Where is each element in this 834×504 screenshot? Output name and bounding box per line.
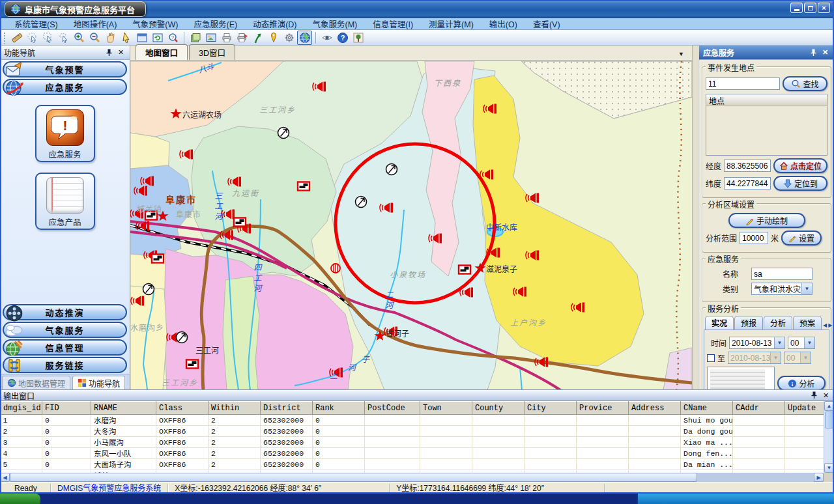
sidebar-item-服务链接[interactable]: 服务链接: [3, 357, 127, 373]
column-header-dmgis_id[interactable]: dmgis_id: [1, 402, 42, 415]
windmill-marker[interactable]: [278, 128, 289, 139]
column-header-Provice[interactable]: Provice: [577, 402, 629, 415]
station-marker[interactable]: [331, 264, 340, 273]
menu-item[interactable]: 地图操作(A): [66, 18, 125, 30]
find-button[interactable]: 查找: [783, 76, 827, 91]
column-header-District[interactable]: District: [261, 402, 313, 415]
hour-select[interactable]: 00 ▼: [788, 337, 815, 349]
pin-icon[interactable]: [104, 48, 114, 57]
column-header-RNAME[interactable]: RNAME: [91, 402, 156, 415]
start-button[interactable]: [0, 494, 40, 504]
tab-list-dropdown-icon[interactable]: ▼: [678, 51, 684, 57]
table-row[interactable]: 40东风一小队OXFF8626523020000Dong fen...: [1, 448, 824, 459]
globe-icon[interactable]: [297, 31, 312, 45]
flag-marker[interactable]: [298, 182, 309, 191]
click-locate-button[interactable]: 点击定位: [773, 158, 827, 173]
tab-预案[interactable]: 预案: [793, 316, 822, 329]
column-header-Town[interactable]: Town: [420, 402, 472, 415]
layers-icon[interactable]: [188, 31, 203, 45]
column-header-CAddr[interactable]: CAddr: [733, 402, 785, 415]
zoom-in-icon[interactable]: [72, 31, 87, 45]
column-header-FID[interactable]: FID: [42, 402, 91, 415]
service-type-select[interactable]: 气象和洪水灾害 ▼: [751, 283, 812, 295]
menu-item[interactable]: 查看(V): [525, 18, 568, 30]
sel-rect-icon[interactable]: [40, 31, 55, 45]
latitude-input[interactable]: [724, 177, 771, 189]
output-horizontal-scrollbar[interactable]: ◀ ▶: [0, 473, 824, 482]
flag-marker[interactable]: [186, 360, 198, 369]
column-header-Update[interactable]: Update: [785, 402, 824, 415]
set-range-button[interactable]: 设置: [781, 231, 822, 245]
pointer-icon[interactable]: [119, 31, 134, 45]
close-icon[interactable]: ✕: [820, 48, 830, 57]
sidebar-item-信息管理[interactable]: 信息管理: [3, 339, 127, 356]
close-icon[interactable]: ✕: [116, 48, 126, 57]
menu-item[interactable]: 系统管理(S): [7, 18, 66, 30]
eye-icon[interactable]: [319, 31, 334, 45]
panel-splitter[interactable]: [692, 46, 698, 389]
windmill-marker[interactable]: [386, 164, 397, 175]
scrollbar-thumb[interactable]: [825, 412, 833, 428]
scroll-down-icon[interactable]: ▼: [824, 463, 834, 473]
manual-draw-button[interactable]: 手动绘制: [728, 213, 805, 228]
green-arrow-icon[interactable]: [250, 31, 265, 45]
minimize-button[interactable]: [790, 3, 803, 13]
tab-功能导航[interactable]: 功能导航: [72, 376, 125, 389]
pin-icon[interactable]: [809, 391, 819, 400]
table-row[interactable]: 20大冬沟OXFF8626523020000Da dong gou: [1, 426, 824, 437]
analyze-button[interactable]: i 分析: [777, 376, 826, 389]
zoom-out-icon[interactable]: [87, 31, 102, 45]
scroll-up-icon[interactable]: ▲: [824, 401, 834, 411]
sidebar-item-应急服务[interactable]: 应急服务: [3, 79, 127, 95]
scroll-left-icon[interactable]: ◀: [0, 473, 10, 482]
longitude-input[interactable]: [724, 160, 771, 172]
sel-poly-icon[interactable]: [56, 31, 71, 45]
location-search-input[interactable]: [706, 77, 780, 90]
refresh-icon[interactable]: [150, 31, 165, 45]
column-header-Rank[interactable]: Rank: [313, 402, 365, 415]
restore-button[interactable]: [804, 3, 816, 13]
column-header-Class[interactable]: Class: [156, 402, 208, 415]
date-select-disabled[interactable]: 2010-08-13 ▼: [728, 352, 781, 364]
tab-3D窗口[interactable]: 3D窗口: [189, 44, 235, 60]
column-header-PostCode[interactable]: PostCode: [365, 402, 420, 415]
scroll-right-icon[interactable]: ▶: [814, 473, 824, 482]
sel-ellipse-icon[interactable]: [25, 31, 40, 45]
windmill-marker[interactable]: [177, 332, 188, 343]
locate-to-button[interactable]: 定位到: [773, 176, 827, 191]
to-time-checkbox[interactable]: [707, 354, 715, 362]
flag-marker[interactable]: [234, 218, 246, 227]
placemark-pin-icon[interactable]: [266, 31, 281, 45]
map-canvas[interactable]: 六运湖农场三工河乡下西泉九运街阜康市城关镇阜康市滋泥泉子中新水库小泉牧场上户沟乡…: [130, 61, 692, 389]
date-select[interactable]: 2010-08-13 ▼: [729, 337, 785, 349]
table-row[interactable]: 30小马厩沟OXFF8626523020000Xiao ma ...: [1, 437, 824, 448]
column-header-City[interactable]: City: [525, 402, 577, 415]
place-list[interactable]: 地点: [706, 94, 827, 156]
pin-icon[interactable]: [809, 48, 818, 57]
应急服务-button[interactable]: !应急服务: [35, 105, 95, 162]
sidebar-item-气象预警[interactable]: 气象预警: [3, 61, 127, 77]
tree-view-icon[interactable]: [351, 31, 366, 45]
menu-item[interactable]: 气象服务(M): [305, 18, 366, 30]
tab-scroll-left-icon[interactable]: ◀ ▶: [823, 322, 832, 329]
service-name-input[interactable]: [751, 268, 812, 280]
tab-分析[interactable]: 分析: [764, 316, 792, 329]
menu-item[interactable]: 应急服务(E): [186, 18, 245, 30]
tab-预报[interactable]: 预报: [734, 316, 763, 329]
menu-item[interactable]: 动态推演(D): [245, 18, 304, 30]
element-list[interactable]: 降水空气温度 ▲: [707, 367, 775, 389]
identify-icon[interactable]: ?: [165, 31, 180, 45]
table-row[interactable]: 50大面场子沟OXFF8626523020000Da mian ...: [1, 459, 824, 470]
table-row[interactable]: 10水磨沟OXFF8626523020000Shui mo gou: [1, 415, 824, 426]
menu-item[interactable]: 输出(O): [482, 18, 525, 30]
menu-item[interactable]: 测量计算(M): [421, 18, 482, 30]
column-header-CName[interactable]: CName: [681, 402, 733, 415]
tab-实况[interactable]: 实况: [705, 316, 734, 329]
print-preview-icon[interactable]: [235, 31, 250, 45]
close-button[interactable]: ×: [818, 3, 830, 13]
help-icon[interactable]: ?: [335, 31, 350, 45]
export-image-icon[interactable]: [203, 31, 218, 45]
column-header-Within[interactable]: Within: [208, 402, 261, 415]
tab-地图数据管理[interactable]: 地图数据管理: [2, 376, 70, 389]
tab-scroll-right-icon[interactable]: ▶: [828, 322, 832, 328]
